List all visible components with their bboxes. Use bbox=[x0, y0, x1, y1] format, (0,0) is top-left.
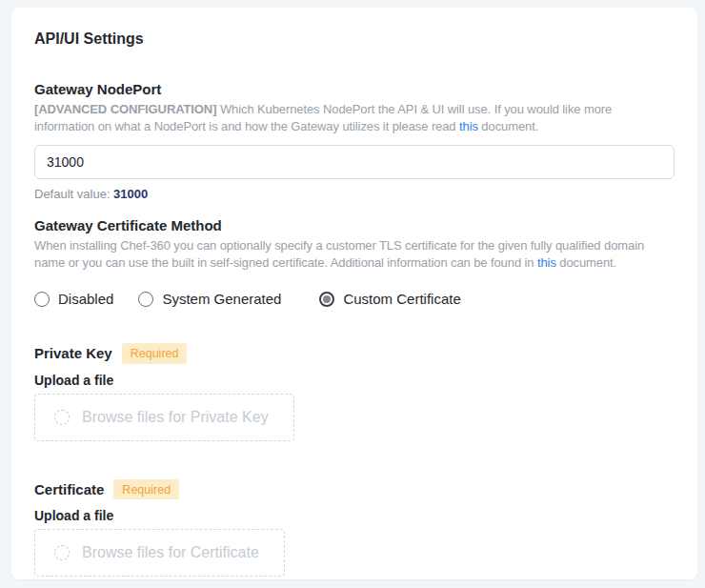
advanced-configuration-tag: [ADVANCED CONFIGURATION] bbox=[34, 102, 216, 116]
gateway-nodeport-input[interactable] bbox=[34, 145, 675, 179]
certificate-browse-box[interactable]: Browse files for Certificate bbox=[34, 529, 285, 577]
page-title: API/UI Settings bbox=[34, 30, 675, 48]
certificate-label: Certificate bbox=[34, 481, 104, 497]
certificate-label-row: Certificate Required bbox=[34, 479, 675, 500]
certificate-doc-link[interactable]: this bbox=[537, 255, 556, 270]
certificate-method-section: Gateway Certificate Method When installi… bbox=[34, 216, 675, 307]
gateway-nodeport-label: Gateway NodePort bbox=[34, 80, 675, 99]
radio-disabled-label: Disabled bbox=[58, 291, 113, 307]
gateway-nodeport-section: Gateway NodePort [ADVANCED CONFIGURATION… bbox=[34, 80, 675, 201]
dashed-circle-icon bbox=[54, 410, 70, 425]
radio-circle-icon bbox=[319, 292, 334, 307]
certificate-browse-text: Browse files for Certificate bbox=[82, 544, 259, 561]
default-value-label: Default value: bbox=[34, 187, 113, 201]
certificate-method-label: Gateway Certificate Method bbox=[34, 216, 675, 235]
private-key-browse-text: Browse files for Private Key bbox=[82, 409, 269, 426]
required-badge: Required bbox=[122, 343, 188, 364]
certificate-method-help: When installing Chef-360 you can optiona… bbox=[34, 237, 675, 272]
private-key-browse-box[interactable]: Browse files for Private Key bbox=[34, 394, 294, 441]
dashed-circle-icon bbox=[54, 545, 70, 560]
private-key-section: Private Key Required Upload a file Brows… bbox=[34, 343, 675, 441]
private-key-label: Private Key bbox=[34, 345, 112, 361]
default-value-line: Default value: 31000 bbox=[34, 187, 675, 201]
radio-custom-certificate-label: Custom Certificate bbox=[343, 291, 460, 307]
radio-circle-icon bbox=[34, 292, 50, 307]
radio-custom-certificate[interactable]: Custom Certificate bbox=[319, 291, 460, 307]
gateway-nodeport-help: [ADVANCED CONFIGURATION] Which Kubernete… bbox=[34, 101, 675, 135]
private-key-upload-label: Upload a file bbox=[34, 373, 675, 388]
certificate-method-radio-group: Disabled System Generated Custom Certifi… bbox=[34, 291, 675, 307]
gateway-nodeport-help-suffix: document. bbox=[478, 119, 538, 133]
nodeport-doc-link[interactable]: this bbox=[459, 119, 478, 133]
radio-disabled[interactable]: Disabled bbox=[34, 291, 113, 307]
private-key-label-row: Private Key Required bbox=[34, 343, 675, 364]
radio-system-generated[interactable]: System Generated bbox=[138, 291, 281, 307]
default-value: 31000 bbox=[113, 187, 148, 201]
radio-system-generated-label: System Generated bbox=[162, 291, 281, 307]
certificate-section: Certificate Required Upload a file Brows… bbox=[34, 479, 675, 578]
required-badge: Required bbox=[113, 479, 179, 500]
certificate-upload-label: Upload a file bbox=[34, 508, 675, 523]
certificate-method-help-suffix: document. bbox=[556, 255, 616, 270]
api-ui-settings-card: API/UI Settings Gateway NodePort [ADVANC… bbox=[11, 8, 697, 579]
radio-circle-icon bbox=[138, 292, 153, 307]
